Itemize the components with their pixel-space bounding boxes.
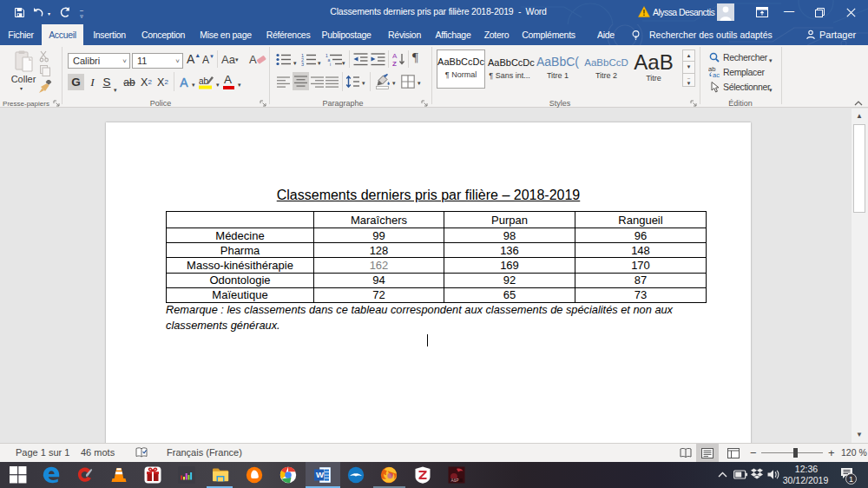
svg-text:A: A: [392, 52, 398, 60]
svg-text:ab: ab: [199, 76, 209, 86]
svg-text:A&P: A&P: [451, 478, 459, 483]
svg-text:i: i: [330, 62, 331, 66]
svg-text:3: 3: [301, 62, 304, 66]
svg-text:ac: ac: [713, 71, 720, 78]
svg-text:Z: Z: [392, 60, 397, 67]
svg-text:W: W: [316, 470, 324, 479]
